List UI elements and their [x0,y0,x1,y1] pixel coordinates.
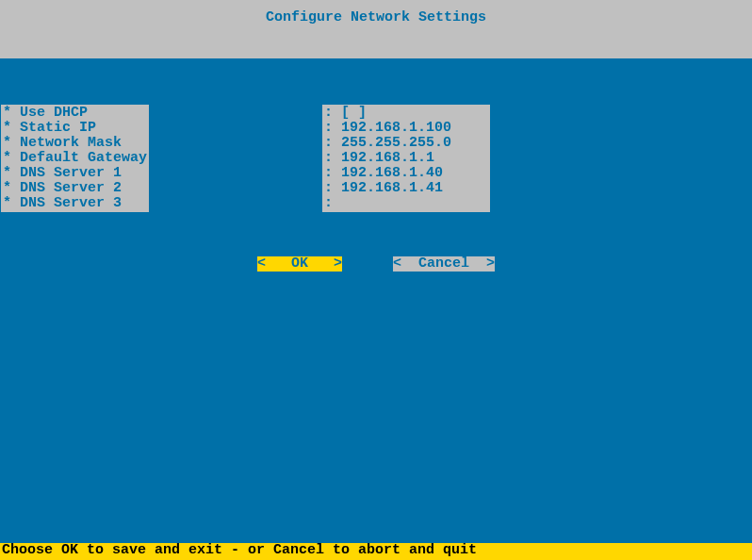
page-title: Configure Network Settings [266,9,486,25]
field-label: * Default Gateway [3,151,147,166]
field-value[interactable]: : 192.168.1.100 [324,121,488,136]
field-value[interactable]: : 255.255.255.0 [324,136,488,151]
field-label: * Static IP [3,121,147,136]
cancel-button[interactable]: < Cancel > [393,256,495,272]
main-area: * Use DHCP * Static IP * Network Mask * … [0,58,752,543]
button-row: < OK > < Cancel > [0,256,752,272]
field-label: * DNS Server 3 [3,196,147,211]
field-value[interactable]: : 192.168.1.41 [324,181,488,196]
field-value[interactable]: : [ ] [324,106,488,121]
field-label: * Network Mask [3,136,147,151]
footer-hint: Choose OK to save and exit - or Cancel t… [0,543,752,560]
field-value[interactable]: : 192.168.1.1 [324,151,488,166]
values-panel: : [ ] : 192.168.1.100 : 255.255.255.0 : … [322,105,490,212]
labels-panel: * Use DHCP * Static IP * Network Mask * … [1,105,149,212]
field-label: * DNS Server 1 [3,166,147,181]
field-label: * Use DHCP [3,106,147,121]
field-label: * DNS Server 2 [3,181,147,196]
ok-button[interactable]: < OK > [257,256,342,272]
field-value[interactable]: : [324,196,488,211]
field-value[interactable]: : 192.168.1.40 [324,166,488,181]
header: Configure Network Settings [0,0,752,58]
